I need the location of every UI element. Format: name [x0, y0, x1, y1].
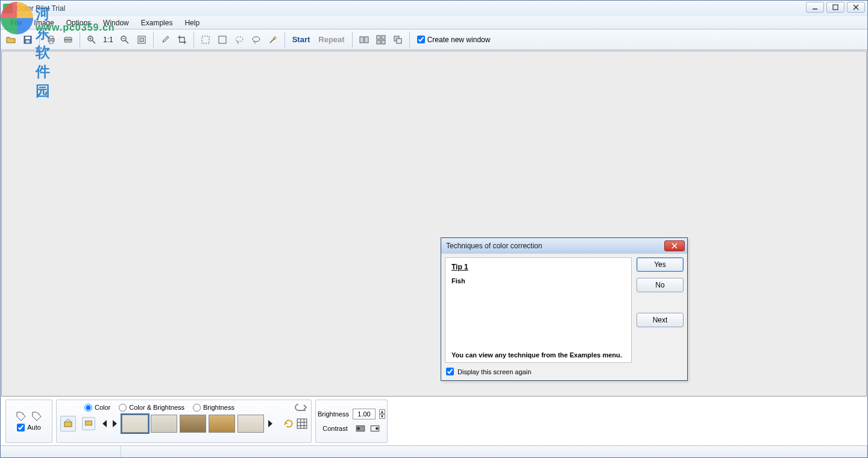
svg-point-24 [253, 37, 260, 42]
fit-window-icon[interactable] [134, 32, 149, 48]
repeat-button[interactable]: Repeat [315, 35, 348, 44]
eyedropper-icon[interactable] [157, 32, 173, 48]
tag-minus-icon[interactable]: − [32, 412, 42, 421]
thumb-3[interactable] [180, 415, 206, 433]
auto-label: Auto [27, 424, 41, 431]
next-button[interactable]: Next [637, 313, 684, 327]
toolbar: 1:1 Start Repeat Create new window [1, 30, 867, 50]
menu-file[interactable]: File [4, 17, 28, 28]
svg-rect-30 [377, 40, 380, 44]
save-icon[interactable] [20, 32, 36, 48]
history-prev-first[interactable] [100, 416, 108, 431]
radio-brightness[interactable]: Brightness [193, 404, 234, 412]
recent-bottom-button[interactable] [82, 417, 95, 430]
tile-grid-icon[interactable] [373, 32, 389, 48]
svg-rect-8 [49, 36, 53, 39]
undo-icon[interactable] [294, 403, 307, 412]
svg-rect-33 [397, 39, 401, 43]
menubar: File Image Options Window Examples Help [1, 16, 867, 30]
cascade-icon[interactable] [390, 32, 406, 48]
main-window: Color Pilot Trial File Image Options Win… [0, 0, 868, 458]
dialog-titlebar[interactable]: Techniques of color correction [441, 238, 687, 254]
start-button[interactable]: Start [289, 35, 314, 44]
app-icon [3, 4, 13, 13]
rect-solid-icon[interactable] [215, 32, 230, 48]
history-prev[interactable] [111, 416, 119, 431]
scan-icon[interactable] [60, 32, 76, 48]
auto-check[interactable]: Auto [17, 424, 41, 431]
thumb-5[interactable] [237, 415, 264, 433]
thumb-4[interactable] [209, 415, 235, 433]
dialog-close-button[interactable] [664, 240, 685, 251]
status-cell-1 [1, 446, 121, 457]
history-next[interactable] [266, 416, 275, 431]
svg-rect-21 [202, 36, 209, 43]
svg-line-25 [270, 38, 275, 43]
rect-select-icon[interactable] [198, 32, 213, 48]
radio-color[interactable]: Color [84, 404, 110, 412]
tag-panel: + − Auto [5, 400, 52, 443]
menu-image[interactable]: Image [28, 17, 60, 28]
svg-rect-22 [219, 36, 226, 43]
svg-rect-31 [382, 40, 385, 44]
auto-checkbox[interactable] [17, 424, 25, 431]
separator [193, 32, 194, 48]
svg-rect-37 [86, 421, 92, 425]
history-panel: Color Color & Brightness Brightness [56, 400, 312, 443]
statusbar [1, 445, 867, 457]
reset-icon[interactable] [283, 418, 294, 429]
svg-rect-6 [26, 40, 30, 43]
magic-wand-icon[interactable] [265, 32, 281, 48]
separator [409, 32, 410, 48]
svg-text:+: + [22, 412, 24, 416]
zoom-in-icon[interactable] [84, 32, 99, 48]
crop-icon[interactable] [174, 32, 190, 48]
lasso-dotted-icon[interactable] [231, 32, 247, 48]
svg-point-23 [236, 37, 243, 42]
tip-heading: Tip 1 [451, 263, 625, 271]
tile-h-icon[interactable] [356, 32, 372, 48]
maximize-button[interactable] [826, 2, 844, 13]
create-new-window-label: Create new window [427, 36, 491, 44]
open-icon[interactable] [3, 32, 19, 48]
svg-rect-20 [140, 38, 143, 42]
brightness-label: Brightness [318, 410, 349, 418]
contrast-down-icon[interactable] [355, 423, 366, 434]
thumb-2[interactable] [151, 415, 177, 433]
no-button[interactable]: No [637, 278, 684, 292]
techniques-dialog: Techniques of color correction Tip 1 Fis… [441, 237, 688, 381]
titlebar: Color Pilot Trial [1, 1, 867, 16]
radio-color-brightness[interactable]: Color & Brightness [119, 404, 184, 412]
zoom-ratio: 1:1 [101, 36, 116, 44]
contrast-up-icon[interactable] [370, 423, 380, 434]
grid-icon[interactable] [297, 418, 307, 429]
svg-rect-9 [49, 41, 53, 43]
separator [39, 32, 40, 48]
recent-top-button[interactable] [60, 416, 76, 431]
create-new-window-checkbox[interactable] [417, 36, 425, 43]
menu-examples[interactable]: Examples [135, 17, 179, 28]
display-again-checkbox[interactable] [446, 368, 454, 375]
create-new-window-check[interactable]: Create new window [414, 36, 491, 44]
tag-plus-icon[interactable]: + [16, 412, 26, 421]
brightness-spinner[interactable]: ▲▼ [379, 409, 385, 419]
zoom-out-icon[interactable] [117, 32, 133, 48]
menu-options[interactable]: Options [60, 17, 97, 28]
menu-window[interactable]: Window [97, 17, 135, 28]
separator [153, 32, 154, 48]
canvas-area[interactable] [1, 51, 867, 397]
dialog-title: Techniques of color correction [446, 242, 542, 250]
svg-rect-26 [360, 37, 363, 43]
svg-rect-5 [25, 37, 30, 39]
menu-help[interactable]: Help [178, 17, 206, 28]
lasso-icon[interactable] [248, 32, 264, 48]
svg-rect-38 [297, 419, 307, 428]
close-button[interactable] [847, 2, 865, 13]
minimize-button[interactable] [806, 2, 824, 13]
yes-button[interactable]: Yes [637, 257, 684, 272]
print-icon[interactable] [43, 32, 59, 48]
thumb-1[interactable] [122, 415, 148, 433]
separator [80, 32, 80, 48]
dialog-content: Tip 1 Fish You can view any technique fr… [445, 257, 632, 363]
brightness-value[interactable]: 1.00 [353, 409, 376, 419]
